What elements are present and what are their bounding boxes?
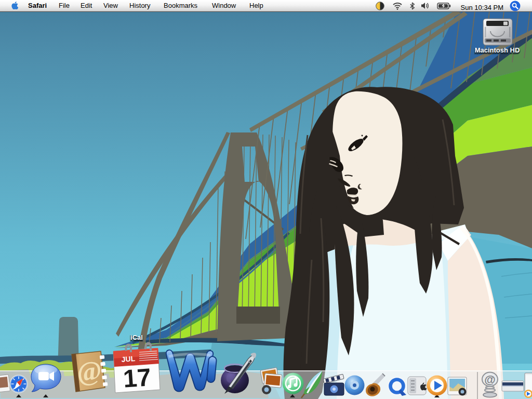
svg-text:@: @ bbox=[75, 355, 103, 387]
svg-text:iCal: iCal bbox=[130, 334, 143, 341]
svg-text:17: 17 bbox=[122, 363, 152, 393]
svg-text:@: @ bbox=[484, 373, 495, 386]
svg-text:Macintosh HD: Macintosh HD bbox=[475, 46, 520, 54]
svg-text:JUL: JUL bbox=[121, 354, 136, 364]
